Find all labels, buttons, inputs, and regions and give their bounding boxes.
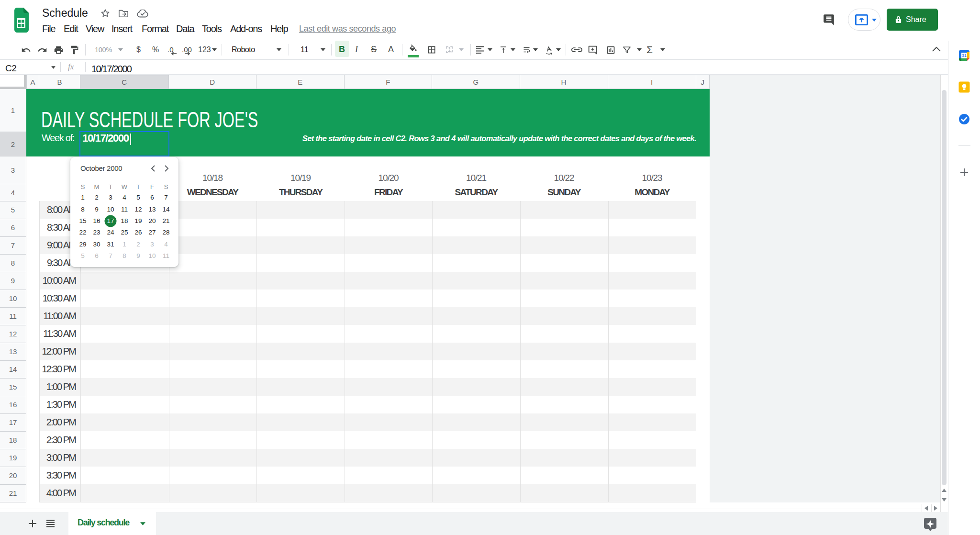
svg-text:31: 31 xyxy=(961,53,967,58)
